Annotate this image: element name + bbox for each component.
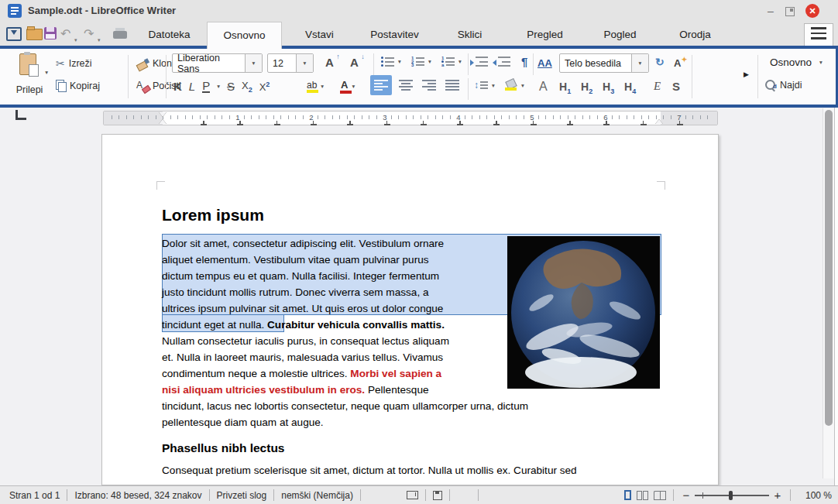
- document-heading-1[interactable]: Lorem ipsum: [162, 206, 264, 225]
- font-color-button[interactable]: A ▾: [341, 79, 355, 94]
- font-name-dropdown[interactable]: ▾: [245, 54, 262, 72]
- highlight-color-dropdown[interactable]: ▾: [321, 83, 324, 90]
- strikethrough-button[interactable]: S: [227, 80, 235, 93]
- tab-orodja[interactable]: Orodja: [658, 22, 733, 46]
- bullet-list-button[interactable]: ▾: [381, 57, 401, 67]
- zoom-percent[interactable]: 100 %: [798, 490, 832, 501]
- insert-mode-icon[interactable]: [407, 491, 418, 499]
- tab-postavitev[interactable]: Postavitev: [357, 22, 432, 46]
- new-style-button[interactable]: A✦: [674, 57, 681, 69]
- tab-sklici[interactable]: Sklici: [432, 22, 507, 46]
- earth-photo-image[interactable]: [507, 236, 660, 389]
- highlight-color-button[interactable]: ab ▾: [307, 80, 324, 93]
- heading1-style-button[interactable]: H1: [559, 81, 571, 95]
- scrollbar-thumb[interactable]: [825, 110, 833, 426]
- tabstop-type-selector[interactable]: [15, 110, 26, 120]
- superscript-button[interactable]: X2: [259, 81, 270, 93]
- grow-font-button[interactable]: A↑: [325, 56, 334, 69]
- right-indent-marker[interactable]: [655, 119, 663, 124]
- zoom-slider[interactable]: [695, 495, 769, 496]
- tab-osnovno[interactable]: Osnovno: [207, 22, 282, 49]
- line-spacing-button[interactable]: ↕ ▾: [474, 80, 495, 91]
- paragraph-style-dropdown[interactable]: ▾: [631, 54, 648, 72]
- left-indent-marker[interactable]: [159, 119, 167, 124]
- document-page[interactable]: Lorem ipsum Dolor sit amet, consectetur …: [101, 134, 719, 485]
- menu-hamburger-button[interactable]: [804, 23, 833, 46]
- redo-icon[interactable]: ↷▾: [84, 26, 99, 42]
- language-status[interactable]: nemški (Nemčija): [281, 490, 353, 501]
- print-icon[interactable]: [113, 31, 127, 39]
- increase-indent-button[interactable]: [476, 57, 488, 67]
- find-button[interactable]: d Najdi: [765, 80, 802, 91]
- restore-button[interactable]: [785, 7, 795, 16]
- emphasis-style-button[interactable]: E: [654, 80, 661, 93]
- vertical-scrollbar[interactable]: [823, 108, 835, 478]
- outline-list-dropdown[interactable]: ▾: [458, 58, 462, 65]
- text-line: pellentesque diam quam at augue.: [162, 414, 324, 430]
- increase-indent-icon: [476, 57, 488, 67]
- subscript-button[interactable]: X2: [242, 80, 252, 94]
- font-name-combobox[interactable]: Liberation Sans ▾: [172, 53, 263, 73]
- document-modified-icon[interactable]: [433, 491, 442, 500]
- update-style-button[interactable]: ↻: [655, 56, 665, 68]
- align-right-button[interactable]: [418, 75, 440, 95]
- paragraph-style-combobox[interactable]: Telo besedila ▾: [559, 53, 649, 73]
- underline-button[interactable]: P: [202, 81, 210, 93]
- first-line-indent-marker[interactable]: [159, 112, 167, 117]
- heading3-style-button[interactable]: H3: [603, 81, 614, 95]
- paste-button[interactable]: ▾ Prilepi: [6, 52, 53, 97]
- menubar-toggle-icon[interactable]: [6, 27, 22, 41]
- heading2-style-button[interactable]: H2: [581, 81, 592, 95]
- page-style-status[interactable]: Privzeti slog: [217, 490, 267, 501]
- paste-dropdown-arrow[interactable]: ▾: [45, 69, 48, 76]
- paragraph-2[interactable]: Consequat pretium scelerisque sit amet, …: [162, 465, 577, 476]
- align-left-button[interactable]: [370, 75, 392, 95]
- open-file-icon[interactable]: [26, 29, 43, 40]
- zoom-slider-thumb[interactable]: [729, 491, 733, 500]
- paragraph-background-button[interactable]: ▾: [505, 80, 524, 91]
- font-size-combobox[interactable]: 12 ▾: [267, 53, 314, 73]
- line-spacing-dropdown[interactable]: ▾: [492, 82, 495, 89]
- tab-vstavi[interactable]: Vstavi: [282, 22, 357, 46]
- paragraph-background-dropdown[interactable]: ▾: [521, 82, 524, 89]
- shrink-font-button[interactable]: A↓: [350, 56, 359, 69]
- save-icon[interactable]: [44, 27, 57, 39]
- align-center-button[interactable]: [395, 75, 417, 95]
- close-button[interactable]: ✕: [805, 4, 819, 18]
- multi-page-view-icon[interactable]: [637, 491, 648, 500]
- character-style-icon-button[interactable]: AA: [537, 57, 552, 69]
- numbered-list-dropdown[interactable]: ▾: [428, 58, 431, 65]
- numbered-list-button[interactable]: 1 2 3 ▾: [411, 57, 431, 67]
- word-count-status[interactable]: Izbrano: 48 besed, 324 znakov: [74, 490, 201, 501]
- page-count-status[interactable]: Stran 1 od 1: [9, 490, 60, 501]
- horizontal-ruler[interactable]: 1234567: [103, 111, 718, 125]
- panel-select-dropdown[interactable]: ▾: [819, 59, 823, 66]
- zoom-out-button[interactable]: −: [681, 489, 692, 502]
- outline-list-button[interactable]: 1 a ▾: [441, 57, 462, 67]
- tab-datoteka[interactable]: Datoteka: [132, 22, 207, 46]
- font-color-dropdown[interactable]: ▾: [352, 83, 355, 90]
- formatting-marks-button[interactable]: ¶: [521, 55, 527, 68]
- tab-pogled[interactable]: Pogled: [582, 22, 658, 46]
- italic-button[interactable]: L: [189, 80, 195, 93]
- undo-icon[interactable]: ↶▾: [60, 26, 76, 42]
- single-page-view-icon[interactable]: [624, 490, 631, 500]
- bullet-list-dropdown[interactable]: ▾: [398, 58, 401, 65]
- toolbar-overflow-arrow[interactable]: ▶: [744, 70, 749, 78]
- notebookbar-panel-select[interactable]: Osnovno ▾: [770, 57, 823, 68]
- decrease-indent-button[interactable]: [498, 57, 510, 67]
- underline-dropdown[interactable]: ▾: [217, 83, 220, 90]
- zoom-in-button[interactable]: +: [772, 489, 783, 502]
- heading4-style-button[interactable]: H4: [624, 81, 636, 95]
- minimize-button[interactable]: –: [763, 3, 778, 19]
- strong-style-button[interactable]: S: [672, 80, 680, 93]
- justify-button[interactable]: [441, 75, 463, 95]
- document-heading-2[interactable]: Phasellus nibh lectus: [162, 441, 285, 455]
- book-view-icon[interactable]: [654, 491, 666, 500]
- default-character-style-button[interactable]: A: [539, 80, 548, 94]
- bold-button[interactable]: K: [173, 80, 182, 93]
- font-size-dropdown[interactable]: ▾: [296, 54, 313, 72]
- tab-pregled[interactable]: Pregled: [507, 22, 582, 46]
- copy-button[interactable]: Kopiraj: [56, 80, 100, 91]
- cut-button[interactable]: ✂ Izreži: [56, 57, 92, 70]
